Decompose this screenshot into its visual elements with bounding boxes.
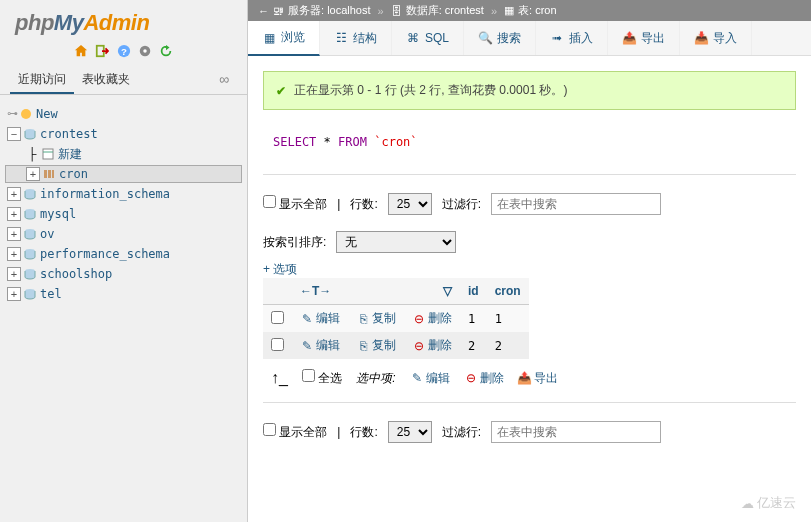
tab-browse[interactable]: ▦浏览 bbox=[248, 21, 320, 56]
collapse-panel-icon[interactable]: ← bbox=[258, 5, 269, 17]
col-id[interactable]: id bbox=[460, 278, 487, 305]
copy-link[interactable]: ⎘复制 bbox=[356, 310, 396, 327]
expand-icon[interactable]: + bbox=[7, 267, 21, 281]
tab-sql[interactable]: ⌘SQL bbox=[392, 21, 464, 55]
copy-icon: ⎘ bbox=[356, 312, 370, 326]
tab-insert[interactable]: ➟插入 bbox=[536, 21, 608, 55]
tree-db-tel[interactable]: + tel bbox=[5, 285, 242, 303]
table-row: ✎编辑 ⎘复制 ⊖删除 2 2 bbox=[263, 332, 529, 359]
reload-icon[interactable] bbox=[159, 44, 173, 58]
cloud-icon: ☁ bbox=[741, 496, 754, 511]
home-icon[interactable] bbox=[74, 44, 88, 58]
recent-tab[interactable]: 近期访问 bbox=[10, 67, 74, 94]
pencil-icon: ✎ bbox=[410, 371, 424, 385]
rows-select-2[interactable]: 25 bbox=[388, 421, 432, 443]
tree-db-schoolshop[interactable]: + schoolshop bbox=[5, 265, 242, 283]
watermark: ☁ 亿速云 bbox=[741, 494, 796, 512]
export-icon: 📤 bbox=[518, 371, 532, 385]
delete-icon: ⊖ bbox=[464, 371, 478, 385]
col-cron[interactable]: cron bbox=[487, 278, 529, 305]
tree-new[interactable]: ⊶ New bbox=[5, 105, 242, 123]
rows-label: 行数: bbox=[350, 196, 377, 213]
check-icon: ✔ bbox=[276, 84, 286, 98]
sort-select[interactable]: 无 bbox=[336, 231, 456, 253]
tree-new-table[interactable]: ├ 新建 bbox=[5, 145, 242, 163]
delete-link[interactable]: ⊖删除 bbox=[412, 337, 452, 354]
browse-icon: ▦ bbox=[262, 31, 276, 45]
logout-icon[interactable] bbox=[95, 44, 109, 58]
table-row: ✎编辑 ⎘复制 ⊖删除 1 1 bbox=[263, 305, 529, 333]
tab-import[interactable]: 📥导入 bbox=[680, 21, 752, 55]
col-actions[interactable]: ←T→ ▽ bbox=[292, 278, 460, 305]
breadcrumb-table[interactable]: 表: cron bbox=[518, 3, 557, 18]
tab-export[interactable]: 📤导出 bbox=[608, 21, 680, 55]
expand-icon[interactable]: + bbox=[7, 247, 21, 261]
filter-input-2[interactable] bbox=[491, 421, 661, 443]
row-checkbox[interactable] bbox=[271, 311, 284, 324]
options-link[interactable]: + 选项 bbox=[263, 262, 297, 276]
favorites-tab[interactable]: 表收藏夹 bbox=[74, 67, 138, 94]
select-all[interactable]: 全选 bbox=[302, 369, 342, 387]
tab-structure[interactable]: ☷结构 bbox=[320, 21, 392, 55]
rows-label-2: 行数: bbox=[350, 424, 377, 441]
logo[interactable]: phpMyAdmin bbox=[0, 0, 247, 41]
cell-id: 2 bbox=[460, 332, 487, 359]
svg-point-5 bbox=[21, 109, 31, 119]
rows-select[interactable]: 25 bbox=[388, 193, 432, 215]
bulk-delete[interactable]: ⊖删除 bbox=[464, 370, 504, 387]
edit-link[interactable]: ✎编辑 bbox=[300, 337, 340, 354]
filter-input[interactable] bbox=[491, 193, 661, 215]
success-message: ✔ 正在显示第 0 - 1 行 (共 2 行, 查询花费 0.0001 秒。) bbox=[263, 71, 796, 110]
import-icon: 📥 bbox=[694, 31, 708, 45]
expand-icon[interactable]: + bbox=[7, 227, 21, 241]
arrow-up-icon: ↑_ bbox=[271, 369, 288, 387]
tree-table-cron[interactable]: + cron bbox=[5, 165, 242, 183]
filter-label-2: 过滤行: bbox=[442, 424, 481, 441]
show-all-toggle[interactable]: 显示全部 bbox=[263, 195, 327, 213]
tree-db-info-schema[interactable]: + information_schema bbox=[5, 185, 242, 203]
svg-rect-9 bbox=[44, 170, 47, 178]
cell-id: 1 bbox=[460, 305, 487, 333]
pencil-icon: ✎ bbox=[300, 339, 314, 353]
copy-icon: ⎘ bbox=[356, 339, 370, 353]
expand-icon[interactable]: + bbox=[7, 207, 21, 221]
svg-rect-10 bbox=[48, 170, 51, 178]
expand-icon[interactable]: + bbox=[7, 287, 21, 301]
edit-link[interactable]: ✎编辑 bbox=[300, 310, 340, 327]
export-icon: 📤 bbox=[622, 31, 636, 45]
table-icon: ▦ bbox=[504, 4, 514, 17]
tab-search[interactable]: 🔍搜索 bbox=[464, 21, 536, 55]
breadcrumb-server[interactable]: 服务器: localhost bbox=[288, 3, 371, 18]
svg-rect-7 bbox=[43, 149, 53, 159]
col-checkbox bbox=[263, 278, 292, 305]
sort-label: 按索引排序: bbox=[263, 234, 326, 251]
expand-icon[interactable]: + bbox=[7, 187, 21, 201]
refresh-icon[interactable]: ∞ bbox=[211, 67, 237, 94]
tree-db-mysql[interactable]: + mysql bbox=[5, 205, 242, 223]
svg-text:?: ? bbox=[121, 46, 127, 57]
insert-icon: ➟ bbox=[550, 31, 564, 45]
cell-cron: 1 bbox=[487, 305, 529, 333]
docs-icon[interactable]: ? bbox=[117, 44, 131, 58]
bulk-edit[interactable]: ✎编辑 bbox=[410, 370, 450, 387]
svg-point-4 bbox=[143, 49, 147, 53]
collapse-icon[interactable]: − bbox=[7, 127, 21, 141]
settings-icon[interactable] bbox=[138, 44, 152, 58]
breadcrumb-db[interactable]: 数据库: crontest bbox=[406, 3, 484, 18]
copy-link[interactable]: ⎘复制 bbox=[356, 337, 396, 354]
svg-rect-11 bbox=[52, 170, 54, 178]
data-table: ←T→ ▽ id cron ✎编辑 ⎘复制 ⊖删除 1 1 ✎编辑 ⎘复制 ⊖删… bbox=[263, 278, 529, 359]
bulk-export[interactable]: 📤导出 bbox=[518, 370, 558, 387]
row-checkbox[interactable] bbox=[271, 338, 284, 351]
search-icon: 🔍 bbox=[478, 31, 492, 45]
delete-icon: ⊖ bbox=[412, 339, 426, 353]
tree-db-perf-schema[interactable]: + performance_schema bbox=[5, 245, 242, 263]
sql-query: SELECT * FROM `cron` bbox=[263, 120, 796, 175]
breadcrumb: ← 🖳 服务器: localhost » 🗄 数据库: crontest » ▦… bbox=[248, 0, 811, 21]
show-all-toggle-2[interactable]: 显示全部 bbox=[263, 423, 327, 441]
delete-link[interactable]: ⊖删除 bbox=[412, 310, 452, 327]
tree-db-ov[interactable]: + ov bbox=[5, 225, 242, 243]
server-icon: 🖳 bbox=[273, 5, 284, 17]
expand-icon[interactable]: + bbox=[26, 167, 40, 181]
tree-db-crontest[interactable]: − crontest bbox=[5, 125, 242, 143]
